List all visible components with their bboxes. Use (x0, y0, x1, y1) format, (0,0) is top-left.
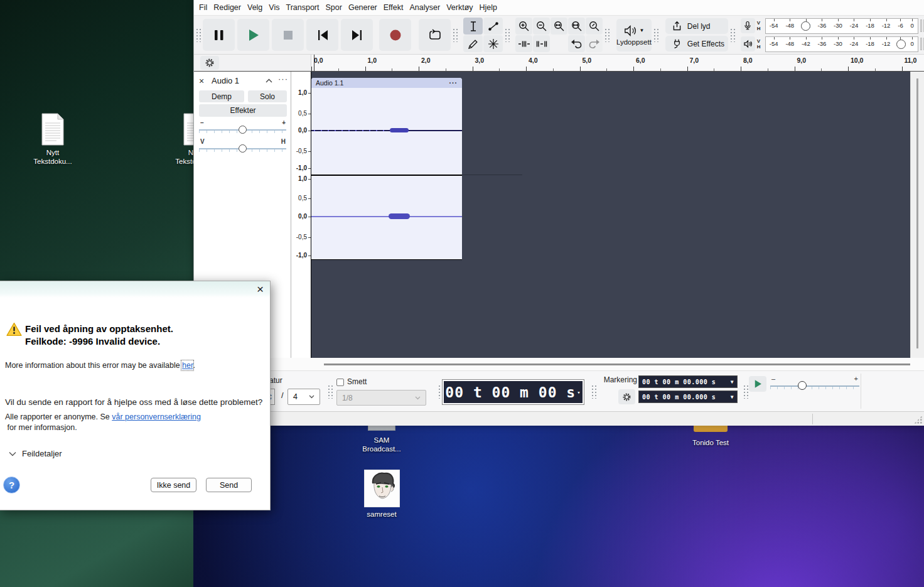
menu-item[interactable]: Velg (244, 3, 266, 12)
track-name[interactable]: Audio 1 (212, 76, 239, 85)
gain-slider-knob[interactable] (239, 126, 247, 134)
draw-tool-button[interactable] (463, 35, 483, 52)
selection-options-gear-icon[interactable] (618, 389, 635, 404)
menu-item[interactable]: Rediger (210, 3, 244, 12)
more-info-link[interactable]: her (182, 361, 193, 370)
send-button[interactable]: Send (206, 478, 252, 492)
close-icon[interactable]: × (257, 283, 264, 296)
mute-button[interactable]: Demp (199, 90, 244, 102)
menu-item[interactable]: Generer (345, 3, 380, 12)
playback-volume-slider[interactable] (896, 40, 906, 49)
share-audio-button[interactable]: Del lyd (665, 18, 728, 34)
play-button[interactable] (237, 19, 269, 51)
redo-button[interactable] (586, 35, 603, 52)
menu-item[interactable]: Spor (323, 3, 345, 12)
pan-slider-knob[interactable] (239, 144, 247, 153)
solo-button[interactable]: Solo (248, 90, 287, 102)
multi-tool-button[interactable] (483, 35, 503, 52)
track-canvas[interactable]: Audio 1.1 ··· (311, 72, 910, 358)
zoom-toggle-button[interactable] (586, 18, 603, 35)
dialog-title-bar[interactable] (0, 281, 270, 298)
meter-db-label: -30 (834, 40, 842, 47)
zoom-out-button[interactable] (533, 18, 550, 35)
menu-item[interactable]: Analyser (407, 3, 444, 12)
silence-selection-button[interactable] (533, 35, 550, 52)
channel-separator (311, 175, 462, 176)
menu-item[interactable]: Transport (282, 3, 322, 12)
track-collapse-icon[interactable] (266, 78, 272, 83)
selection-start-field[interactable]: 00 t 00 m 00.000 s▼ (638, 375, 738, 388)
horizontal-scrollbar-thumb[interactable] (324, 364, 910, 365)
clip-header[interactable]: Audio 1.1 ··· (311, 78, 462, 88)
meter-db-label: -12 (882, 40, 891, 47)
toolbar-grip[interactable] (505, 28, 510, 42)
zoom-project-button[interactable] (568, 18, 585, 35)
waveform-specks-ch1 (314, 130, 395, 131)
menu-item[interactable]: Verktøy (443, 3, 476, 12)
timeline-options-gear-icon[interactable] (200, 56, 219, 70)
privacy-policy-link[interactable]: vår personvernserklæring (112, 412, 201, 421)
timeline-ruler[interactable]: 0,01,02,03,04,05,06,07,08,09,010,011,0 (311, 55, 924, 71)
menu-item[interactable]: Fil (196, 3, 210, 12)
audio-setup-button[interactable]: ▼ Lydoppsett (616, 19, 652, 51)
gain-slider[interactable] (199, 126, 286, 134)
dont-send-button[interactable]: Ikke send (151, 478, 196, 492)
track-close-icon[interactable]: × (199, 76, 204, 86)
get-effects-button[interactable]: Get Effects (665, 36, 728, 51)
zoom-in-button[interactable] (515, 18, 532, 35)
toolbar-grip[interactable] (743, 385, 748, 399)
microphone-icon[interactable] (741, 18, 755, 33)
menu-item[interactable]: Effekt (380, 3, 407, 12)
toolbar-grip[interactable] (453, 28, 458, 42)
desktop-icon-samreset[interactable]: samreset (357, 470, 407, 519)
effects-button[interactable]: Effekter (199, 104, 287, 117)
trim-outside-selection-button[interactable] (515, 35, 532, 52)
clip-menu-icon[interactable]: ··· (449, 79, 458, 87)
audio-position-display[interactable]: 00 t 00 m 00 s▾ (442, 379, 584, 405)
audio-clip[interactable]: Audio 1.1 ··· (311, 78, 462, 260)
stop-button[interactable] (272, 19, 304, 51)
vertical-scale-ruler[interactable]: 1,00,50,0-0,5-1,0 1,00,50,0-0,5-1,0 (291, 72, 311, 358)
skip-to-start-button[interactable] (306, 19, 338, 51)
toolbar-grip[interactable] (328, 385, 333, 399)
scale-label: -0,5 (296, 234, 307, 240)
undo-button[interactable] (568, 35, 585, 52)
snap-checkbox[interactable] (336, 379, 344, 386)
track-menu-icon[interactable]: ··· (278, 74, 288, 83)
playback-speed-slider[interactable]: – + (770, 375, 859, 394)
record-meter-scale[interactable]: -54-48-42-36-30-24-18-12-60 (765, 18, 918, 34)
envelope-tool-button[interactable] (483, 18, 503, 35)
playback-meter-scale[interactable]: -54-48-42-36-30-24-18-12-60 (765, 36, 918, 52)
snap-interval-select[interactable]: 1/8 (336, 390, 426, 406)
pan-slider[interactable] (199, 144, 286, 153)
toolbar-grip[interactable] (730, 28, 735, 42)
desktop-icon-text-document[interactable]: Nytt Tekstdoku... (28, 113, 78, 166)
toolbar-grip[interactable] (591, 385, 596, 399)
menu-item[interactable]: Vis (266, 3, 282, 12)
menu-item[interactable]: Hjelp (476, 3, 501, 12)
vertical-scrollbar[interactable] (910, 72, 924, 358)
selection-tool-button[interactable] (463, 18, 483, 35)
error-details-toggle[interactable]: Feildetaljer (9, 449, 62, 458)
selection-end-field[interactable]: 00 t 00 m 00.000 s▼ (638, 390, 738, 403)
play-at-speed-button[interactable] (749, 376, 766, 392)
horizontal-scrollbar[interactable] (194, 358, 924, 370)
toolbar-grip[interactable] (196, 28, 201, 42)
record-volume-slider[interactable] (801, 21, 810, 31)
pause-button[interactable] (203, 19, 235, 51)
timeline-tick: 7,0 (687, 55, 741, 71)
toolbar-grip[interactable] (604, 28, 610, 42)
vertical-scrollbar-thumb[interactable] (916, 78, 918, 348)
speed-slider-knob[interactable] (798, 381, 807, 390)
help-button[interactable]: ? (3, 477, 20, 493)
time-signature-lower-select[interactable]: 4 (287, 389, 320, 405)
record-button[interactable] (379, 19, 411, 51)
playback-meter: VH -54-48-42-36-30-24-18-12-60 (741, 36, 924, 52)
window-resize-grip[interactable] (914, 416, 922, 424)
skip-to-end-button[interactable] (341, 19, 373, 51)
speaker-icon[interactable] (741, 36, 755, 51)
toolbar-grip[interactable] (653, 28, 658, 42)
zoom-selection-button[interactable] (551, 18, 567, 35)
meter-channel-labels: VH (757, 20, 763, 31)
loop-button[interactable] (419, 19, 451, 51)
